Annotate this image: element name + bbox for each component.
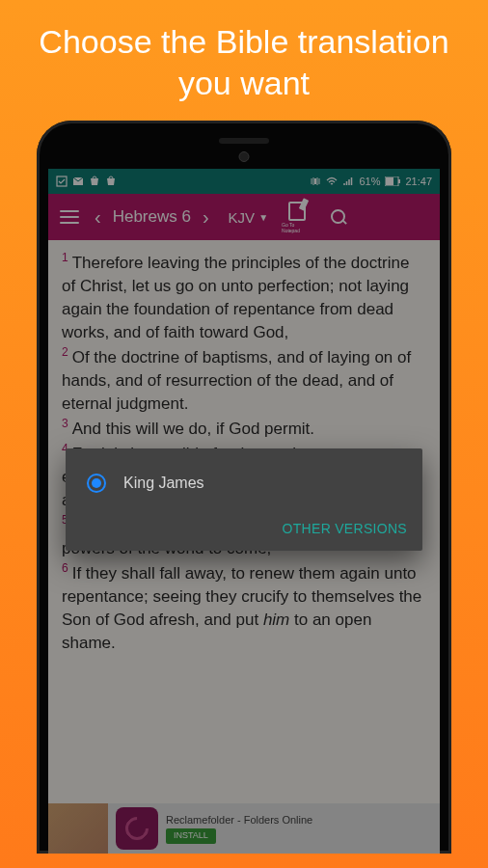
radio-selected-icon (87, 474, 106, 493)
version-option[interactable]: King James (66, 468, 422, 512)
dialog-actions: OTHER VERSIONS (66, 512, 422, 543)
phone-speaker (219, 138, 269, 144)
marketing-headline: Choose the Bible translation you want (0, 0, 488, 121)
version-option-label: King James (123, 475, 204, 492)
phone-camera (239, 151, 250, 162)
phone-screen: 61% 21:47 ‹ Hebrews 6 › KJV ▼ Go To Note… (48, 169, 440, 854)
version-dialog: King James OTHER VERSIONS (66, 448, 422, 551)
phone-frame: 61% 21:47 ‹ Hebrews 6 › KJV ▼ Go To Note… (37, 121, 451, 854)
other-versions-button[interactable]: OTHER VERSIONS (283, 521, 407, 536)
